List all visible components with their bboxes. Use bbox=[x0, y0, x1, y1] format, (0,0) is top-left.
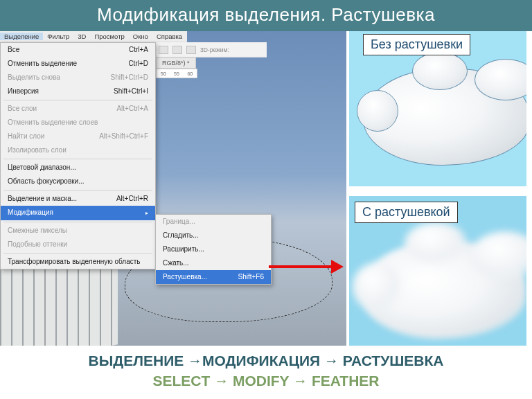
tool-icon[interactable] bbox=[186, 46, 196, 54]
menu-item[interactable]: Отменить выделениеCtrl+D bbox=[1, 57, 155, 71]
submenu-item[interactable]: Расширить... bbox=[156, 242, 271, 256]
submenu-item[interactable]: Растушевка...Shift+F6 bbox=[156, 270, 271, 284]
submenu-item: Граница... bbox=[156, 215, 271, 229]
select-menu-dropdown[interactable]: ВсеCtrl+AОтменить выделениеCtrl+DВыделит… bbox=[0, 42, 156, 269]
mode-label: 3D-режим: bbox=[200, 46, 229, 53]
footer-path-en: SELECT → MODIFY → FEATHER bbox=[0, 371, 532, 391]
footer-path: ВЫДЕЛЕНИЕ →МОДИФИКАЦИЯ → РАСТУШЕВКА SELE… bbox=[0, 346, 532, 399]
menu-item: Подобные оттенки bbox=[1, 238, 155, 251]
options-bar: 3D-режим: bbox=[156, 42, 267, 57]
app-menubar[interactable]: Выделение Фильтр 3D Просмотр Окно Справк… bbox=[0, 31, 187, 42]
slide-title: Модификация выделения. Растушевка bbox=[0, 0, 532, 31]
submenu-item[interactable]: Сжать... bbox=[156, 256, 271, 270]
modify-submenu[interactable]: Граница...Сгладить...Расширить...Сжать..… bbox=[155, 214, 272, 285]
menu-separator bbox=[3, 100, 152, 100]
label-no-feather: Без растушевки bbox=[363, 34, 470, 55]
ruler-mark: 60 bbox=[187, 71, 193, 76]
menu-select[interactable]: Выделение bbox=[0, 33, 43, 40]
menu-view[interactable]: Просмотр bbox=[90, 33, 128, 40]
menu-item[interactable]: Выделение и маска...Alt+Ctrl+R bbox=[1, 192, 155, 206]
submenu-item[interactable]: Сгладить... bbox=[156, 229, 271, 242]
menu-help[interactable]: Справка bbox=[152, 33, 186, 40]
menu-item: Смежные пикселы bbox=[1, 224, 155, 238]
ruler-mark: 50 bbox=[161, 71, 166, 76]
menu-3d[interactable]: 3D bbox=[73, 33, 90, 40]
menu-item[interactable]: Цветовой диапазон... bbox=[1, 161, 155, 175]
menu-separator bbox=[3, 222, 152, 222]
tool-icon[interactable] bbox=[172, 46, 182, 54]
tool-icon[interactable] bbox=[159, 46, 168, 54]
menu-item[interactable]: ИнверсияShift+Ctrl+I bbox=[1, 85, 155, 98]
menu-item[interactable]: ВсеCtrl+A bbox=[1, 43, 155, 57]
menu-item[interactable]: Область фокусировки... bbox=[1, 175, 155, 188]
ruler-mark: 55 bbox=[174, 71, 179, 76]
footer-path-ru: ВЫДЕЛЕНИЕ →МОДИФИКАЦИЯ → РАСТУШЕВКА bbox=[0, 351, 532, 371]
ruler: 50 55 60 bbox=[156, 69, 197, 78]
callout-arrow bbox=[269, 260, 344, 274]
menu-separator bbox=[3, 253, 152, 254]
menu-item: Найти слоиAlt+Shift+Ctrl+F bbox=[1, 130, 155, 143]
label-with-feather: С растушевкой bbox=[355, 202, 458, 223]
menu-separator bbox=[3, 159, 152, 159]
menu-separator bbox=[3, 190, 152, 190]
content-area: Выделение Фильтр 3D Просмотр Окно Справк… bbox=[0, 31, 532, 350]
menu-item: Изолировать слои bbox=[1, 143, 155, 157]
menu-item: Все слоиAlt+Ctrl+A bbox=[1, 102, 155, 116]
menu-item: Выделить сноваShift+Ctrl+D bbox=[1, 71, 155, 85]
cloud-hard-edge bbox=[363, 69, 526, 166]
cloud-soft-edge bbox=[360, 242, 526, 339]
menu-item[interactable]: Модификация bbox=[1, 206, 155, 220]
document-tab[interactable]: RGB/8*) * bbox=[156, 57, 196, 69]
menu-item[interactable]: Трансформировать выделенную область bbox=[1, 255, 155, 269]
menu-item: Отменить выделение слоев bbox=[1, 116, 155, 130]
menu-window[interactable]: Окно bbox=[129, 33, 152, 40]
menu-filter[interactable]: Фильтр bbox=[43, 33, 73, 40]
